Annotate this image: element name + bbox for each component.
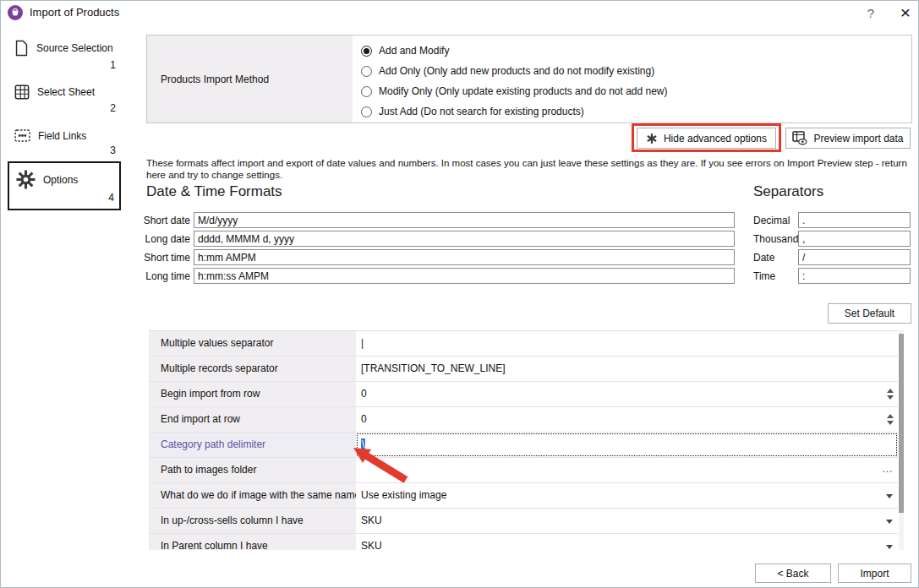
chevron-down-icon[interactable] <box>886 520 893 524</box>
short-time-input[interactable] <box>194 249 735 265</box>
close-button[interactable]: × <box>895 2 916 24</box>
spinner-up-icon[interactable] <box>887 389 894 393</box>
advanced-options-table: Multiple values separator | Multiple rec… <box>149 330 898 550</box>
table-row-multiple-records-separator: Multiple records separator [TRANSITION_T… <box>149 357 898 382</box>
import-method-options: Add and Modify Add Only (Only add new pr… <box>361 41 668 122</box>
table-row-up-cross-sells-column: In up-/cross-sells column I have SKU <box>149 509 898 534</box>
step-number: 4 <box>9 192 119 204</box>
radio-modify-only[interactable]: Modify Only (Only update existing produc… <box>361 81 668 101</box>
up-cross-sells-dropdown[interactable]: SKU <box>356 509 898 533</box>
time-separator-label: Time <box>753 270 775 282</box>
multiple-values-separator-value[interactable]: | <box>356 331 898 356</box>
table-row-path-to-images-folder: Path to images folder … <box>149 458 898 483</box>
set-default-button[interactable]: Set Default <box>828 303 911 324</box>
spreadsheet-icon <box>14 84 30 100</box>
sidebar-item-select-sheet[interactable]: Select Sheet 2 <box>8 84 121 114</box>
date-separator-input[interactable] <box>798 249 911 265</box>
hide-advanced-options-button[interactable]: Hide advanced options <box>637 128 776 149</box>
table-row-image-same-name: What do we do if image with the same nam… <box>149 483 898 509</box>
spinner-down-icon[interactable] <box>887 395 894 400</box>
radio-add-and-modify[interactable]: Add and Modify <box>361 41 668 61</box>
selected-text: \ <box>361 438 365 450</box>
sidebar-item-label: Field Links <box>38 130 86 142</box>
image-same-name-dropdown[interactable]: Use existing image <box>356 483 898 508</box>
category-path-delimiter-value[interactable]: \ <box>356 433 898 457</box>
long-time-label: Long time <box>136 270 190 282</box>
radio-button-icon <box>361 66 372 77</box>
decimal-separator-label: Decimal <box>753 215 790 226</box>
date-time-formats-heading: Date & Time Formats <box>146 183 282 200</box>
options-scrollbar-track[interactable] <box>899 330 904 550</box>
table-row-parent-column: In Parent column I have SKU <box>149 534 898 550</box>
short-date-input[interactable] <box>194 212 735 228</box>
spinner-control[interactable] <box>885 407 895 432</box>
chevron-down-icon[interactable] <box>886 494 893 498</box>
table-row-begin-import-from-row: Begin import from row 0 <box>149 382 898 407</box>
path-to-images-folder-value[interactable]: … <box>356 458 898 482</box>
preview-table-eye-icon <box>792 131 807 145</box>
parent-column-dropdown[interactable]: SKU <box>356 534 898 550</box>
import-button[interactable]: Import <box>838 564 911 583</box>
table-row-end-import-at-row: End import at row 0 <box>149 407 898 433</box>
short-time-label: Short time <box>136 252 190 264</box>
preview-import-data-button[interactable]: Preview import data <box>785 128 911 149</box>
titlebar: Import of Products ? × <box>1 1 918 26</box>
table-row-multiple-values-separator: Multiple values separator | <box>149 331 898 357</box>
step-number: 3 <box>8 144 121 156</box>
settings-description: These formats affect import and export o… <box>146 157 916 181</box>
long-date-label: Long date <box>136 233 190 245</box>
thousand-separator-label: Thousand <box>753 233 798 245</box>
multiple-records-separator-value[interactable]: [TRANSITION_TO_NEW_LINE] <box>356 357 898 381</box>
short-date-label: Short date <box>136 215 190 226</box>
thousand-separator-input[interactable] <box>798 231 911 247</box>
spinner-up-icon[interactable] <box>887 414 894 418</box>
table-row-category-path-delimiter: Category path delimiter \ <box>149 433 898 458</box>
sidebar-item-field-links[interactable]: Field Links 3 <box>8 129 121 156</box>
app-logo-icon <box>8 5 23 20</box>
sidebar-item-label: Options <box>43 174 78 186</box>
back-button[interactable]: < Back <box>755 564 831 583</box>
browse-ellipsis-button[interactable]: … <box>882 458 893 480</box>
date-separator-label: Date <box>753 252 774 264</box>
sidebar-item-options[interactable]: Options 4 <box>8 161 121 210</box>
radio-add-only[interactable]: Add Only (Only add new products and do n… <box>361 61 668 81</box>
step-number: 2 <box>8 102 121 114</box>
help-button[interactable]: ? <box>862 4 880 23</box>
spinner-down-icon[interactable] <box>887 421 894 425</box>
window-title: Import of Products <box>30 6 119 19</box>
products-import-method-group: Products Import Method Add and Modify Ad… <box>146 35 912 123</box>
begin-import-from-row-value[interactable]: 0 <box>356 382 898 406</box>
spinner-control[interactable] <box>885 382 895 406</box>
radio-button-icon <box>361 86 372 97</box>
long-date-input[interactable] <box>194 231 735 247</box>
end-import-at-row-value[interactable]: 0 <box>356 407 898 432</box>
options-scrollbar-thumb[interactable] <box>899 334 904 513</box>
field-links-icon <box>14 129 30 142</box>
asterisk-icon <box>646 133 658 144</box>
time-separator-input[interactable] <box>798 268 911 284</box>
import-products-dialog: Import of Products ? × Source Selection … <box>0 0 919 588</box>
radio-button-icon <box>361 106 372 117</box>
document-icon <box>14 40 29 57</box>
sidebar-item-source-selection[interactable]: Source Selection 1 <box>8 40 121 71</box>
sidebar-item-label: Source Selection <box>36 42 113 54</box>
gear-icon <box>16 170 36 189</box>
products-import-method-label: Products Import Method <box>147 35 353 122</box>
separators-heading: Separators <box>753 183 823 200</box>
radio-just-add[interactable]: Just Add (Do not search for existing pro… <box>361 101 668 122</box>
chevron-down-icon[interactable] <box>886 545 893 549</box>
decimal-separator-input[interactable] <box>798 212 911 228</box>
radio-button-icon <box>361 46 372 57</box>
step-number: 1 <box>8 59 121 71</box>
sidebar-item-label: Select Sheet <box>37 86 95 98</box>
long-time-input[interactable] <box>194 268 735 284</box>
